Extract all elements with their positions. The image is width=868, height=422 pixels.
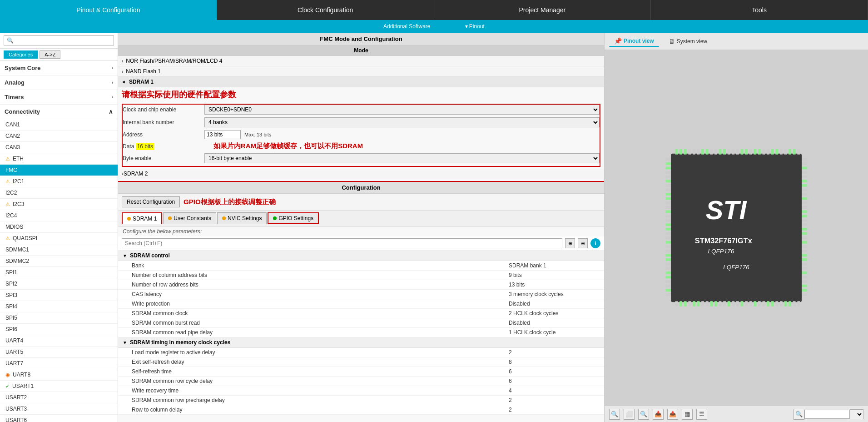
svg-rect-96 bbox=[802, 158, 807, 161]
sidebar-item-usart3[interactable]: USART3 bbox=[0, 403, 118, 415]
sdram1-collapse-row[interactable]: ▼ SDRAM 1 bbox=[118, 77, 604, 87]
address-input[interactable] bbox=[204, 130, 241, 139]
sidebar-search[interactable] bbox=[0, 33, 118, 49]
sidebar-item-uart5[interactable]: UART5 bbox=[0, 347, 118, 358]
param-self-refresh-time: Self-refresh time 6 bbox=[118, 367, 604, 377]
svg-rect-13 bbox=[706, 149, 709, 155]
warn-icon-eth: ⚠ bbox=[5, 156, 10, 162]
svg-rect-81 bbox=[665, 232, 671, 235]
sidebar-item-spi4[interactable]: SPI4 bbox=[0, 301, 118, 312]
nav-project[interactable]: Project Manager bbox=[434, 0, 651, 20]
svg-rect-45 bbox=[719, 301, 722, 306]
sidebar-item-usart6[interactable]: USART6 bbox=[0, 415, 118, 422]
sidebar-item-quadspi[interactable]: ⚠QUADSPI bbox=[0, 233, 118, 244]
reset-config-btn[interactable]: Reset Configuration bbox=[122, 196, 180, 207]
svg-rect-69 bbox=[665, 180, 671, 182]
sidebar-item-spi3[interactable]: SPI3 bbox=[0, 290, 118, 301]
sidebar-item-spi5[interactable]: SPI5 bbox=[0, 312, 118, 324]
svg-rect-38 bbox=[688, 301, 691, 306]
tab-user-constants[interactable]: User Constants bbox=[163, 212, 216, 224]
param-search-input[interactable] bbox=[122, 238, 562, 248]
sidebar-item-can1[interactable]: CAN1 bbox=[0, 119, 118, 131]
param-info-btn[interactable]: i bbox=[590, 238, 600, 248]
section-header-timers[interactable]: Timers › bbox=[0, 90, 118, 105]
svg-rect-95 bbox=[665, 293, 671, 296]
sidebar-item-sdmmc2[interactable]: SDMMC2 bbox=[0, 256, 118, 267]
internal-bank-select[interactable]: 4 banks bbox=[204, 117, 600, 127]
tab-categories[interactable]: Categories bbox=[4, 50, 38, 59]
clock-chip-row: Clock and chip enable SDCKE0+SDNE0 bbox=[123, 105, 600, 115]
sidebar-item-uart7[interactable]: UART7 bbox=[0, 358, 118, 369]
byte-enable-select[interactable]: 16-bit byte enable bbox=[204, 153, 600, 163]
bottom-search-select[interactable] bbox=[850, 409, 863, 419]
svg-rect-65 bbox=[665, 162, 671, 165]
sidebar-item-uart4[interactable]: UART4 bbox=[0, 335, 118, 347]
section-header-analog[interactable]: Analog › bbox=[0, 75, 118, 90]
zoom-out-btn[interactable]: 🔍 bbox=[638, 409, 649, 420]
sidebar-item-i2c1[interactable]: ⚠I2C1 bbox=[0, 176, 118, 187]
config-tabs-row: SDRAM 1 User Constants NVIC Settings GPI… bbox=[118, 211, 604, 226]
sidebar-item-can2[interactable]: CAN2 bbox=[0, 131, 118, 142]
sidebar-item-fmc[interactable]: FMC bbox=[0, 165, 118, 176]
sidebar-item-usart2[interactable]: USART2 bbox=[0, 392, 118, 403]
grid-btn[interactable]: ▦ bbox=[682, 409, 693, 420]
svg-rect-54 bbox=[758, 301, 761, 306]
nav-pinout[interactable]: Pinout & Configuration bbox=[0, 0, 217, 20]
byte-enable-row: Byte enable 16-bit byte enable bbox=[123, 153, 600, 163]
sdram2-row[interactable]: › SDRAM 2 bbox=[118, 169, 604, 179]
tab-system-view[interactable]: 🖥 System view bbox=[664, 36, 712, 47]
sidebar-item-i2c3[interactable]: ⚠I2C3 bbox=[0, 199, 118, 210]
clock-chip-select[interactable]: SDCKE0+SDNE0 bbox=[204, 105, 600, 115]
svg-rect-40 bbox=[697, 301, 700, 306]
sidebar-item-spi1[interactable]: SPI1 bbox=[0, 267, 118, 278]
sidebar-item-i2c2[interactable]: I2C2 bbox=[0, 187, 118, 199]
address-max: Max: 13 bits bbox=[244, 132, 271, 137]
param-search-icon-btn[interactable]: ⊕ bbox=[565, 238, 575, 248]
system-view-icon: 🖥 bbox=[669, 38, 675, 45]
fit-btn[interactable]: ⬜ bbox=[624, 409, 635, 420]
tab-gpio[interactable]: GPIO Settings bbox=[268, 212, 319, 224]
search-input[interactable] bbox=[4, 35, 114, 45]
zoom-in-btn[interactable]: 🔍 bbox=[609, 409, 620, 420]
list-btn[interactable]: ☰ bbox=[696, 409, 707, 420]
sidebar-item-uart8[interactable]: ◉UART8 bbox=[0, 369, 118, 381]
nav-clock[interactable]: Clock Configuration bbox=[217, 0, 434, 20]
nor-flash-row[interactable]: › NOR Flash/PSRAM/SRAM/ROM/LCD 4 bbox=[118, 56, 604, 66]
section-header-system-core[interactable]: System Core › bbox=[0, 61, 118, 75]
sidebar-item-eth[interactable]: ⚠ETH bbox=[0, 153, 118, 165]
section-header-connectivity[interactable]: Connectivity ∧ bbox=[0, 105, 118, 119]
section-system-core: System Core › bbox=[0, 61, 118, 75]
svg-rect-60 bbox=[784, 301, 787, 306]
svg-rect-51 bbox=[745, 301, 748, 306]
pinout-link[interactable]: ▾ Pinout bbox=[461, 22, 488, 30]
additional-software-link[interactable]: Additional Software bbox=[380, 22, 434, 30]
tab-pinout-view[interactable]: 📌 Pinout view bbox=[609, 35, 659, 47]
sidebar-tabs: Categories A->Z bbox=[0, 49, 118, 61]
param-search-row: ⊕ ⊖ i bbox=[118, 236, 604, 251]
svg-rect-110 bbox=[802, 219, 807, 222]
param-filter-btn[interactable]: ⊖ bbox=[578, 238, 588, 248]
bottom-search-input[interactable] bbox=[804, 410, 850, 419]
sidebar-item-sdmmc1[interactable]: SDMMC1 bbox=[0, 244, 118, 256]
tab-atoz[interactable]: A->Z bbox=[40, 50, 60, 59]
search-btn[interactable]: 🔍 bbox=[794, 409, 804, 420]
sidebar-item-spi6[interactable]: SPI6 bbox=[0, 324, 118, 335]
sidebar-item-can3[interactable]: CAN3 bbox=[0, 142, 118, 153]
svg-rect-106 bbox=[802, 201, 807, 204]
sdram-timing-header[interactable]: ▼ SDRAM timing in memory clock cycles bbox=[118, 337, 604, 348]
nand-flash-row[interactable]: › NAND Flash 1 bbox=[118, 66, 604, 77]
sidebar-item-spi2[interactable]: SPI2 bbox=[0, 278, 118, 290]
nav-tools[interactable]: Tools bbox=[651, 0, 868, 20]
svg-rect-72 bbox=[665, 193, 671, 196]
import-btn[interactable]: 📥 bbox=[653, 409, 664, 420]
sidebar-item-i2c4[interactable]: I2C4 bbox=[0, 210, 118, 221]
sidebar-item-usart1[interactable]: ✓USART1 bbox=[0, 381, 118, 392]
sdram-control-header[interactable]: ▼ SDRAM control bbox=[118, 251, 604, 261]
tab-sdram1[interactable]: SDRAM 1 bbox=[122, 212, 162, 224]
svg-rect-35 bbox=[675, 301, 678, 306]
export-btn[interactable]: 📤 bbox=[667, 409, 678, 420]
dot-gpio bbox=[273, 216, 277, 220]
data-row: Data 16 bits 如果片内RAM足够做帧缓存，也可以不用SDRAM bbox=[123, 142, 600, 151]
tab-nvic[interactable]: NVIC Settings bbox=[217, 212, 267, 224]
sidebar-item-mdios[interactable]: MDIOS bbox=[0, 221, 118, 233]
